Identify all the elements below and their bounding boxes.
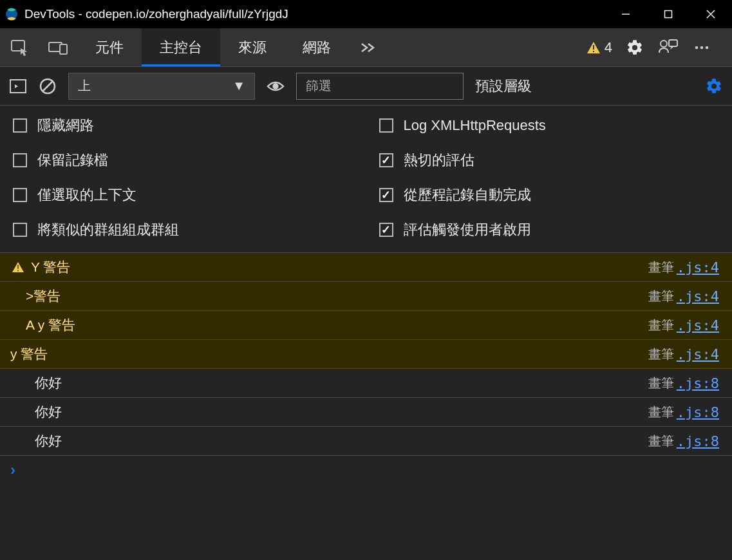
console-message: >警告	[26, 287, 648, 305]
tab-elements[interactable]: 元件	[77, 28, 142, 66]
svg-rect-9	[593, 51, 594, 52]
window-title: DevTools - codepen.io/zoherghadyali/full…	[24, 7, 605, 21]
svg-point-14	[706, 46, 709, 49]
checkbox-label: 保留記錄檔	[37, 151, 108, 170]
console-source-link[interactable]: .js:4	[677, 317, 719, 333]
svg-line-17	[42, 81, 53, 91]
clear-icon	[39, 78, 56, 95]
checkbox-preserve-log[interactable]: 保留記錄檔	[13, 151, 353, 170]
tab-sources-label: 來源	[238, 38, 267, 57]
console-message: 你好	[35, 432, 648, 450]
console-source: 畫筆	[648, 375, 674, 392]
checkbox-hide-network[interactable]: 隱藏網路	[13, 116, 353, 135]
svg-rect-11	[669, 40, 677, 46]
maximize-button[interactable]	[647, 0, 690, 28]
console-row: >警告畫筆 .js:4	[0, 282, 732, 311]
console-row: y 警告畫筆 .js:4	[0, 340, 732, 369]
console-source: 畫筆	[648, 346, 674, 363]
svg-rect-2	[665, 11, 672, 18]
console-source: 畫筆	[648, 404, 674, 421]
tab-sources[interactable]: 來源	[220, 28, 285, 66]
tab-network[interactable]: 網路	[285, 28, 349, 66]
log-levels-dropdown[interactable]: 預設層級	[475, 77, 532, 96]
tab-network-label: 網路	[303, 38, 331, 57]
chevron-down-icon: ▼	[232, 79, 245, 93]
tab-elements-label: 元件	[95, 38, 124, 57]
tab-console[interactable]: 主控台	[142, 28, 220, 66]
context-value: 上	[78, 77, 91, 95]
checkbox-selected-context[interactable]: 僅選取的上下文	[13, 185, 353, 205]
console-output: Y 警告畫筆 .js:4>警告畫筆 .js:4A y 警告畫筆 .js:4y 警…	[0, 253, 732, 456]
console-row: A y 警告畫筆 .js:4	[0, 311, 732, 340]
log-levels-label: 預設層級	[475, 78, 532, 94]
console-input-row[interactable]: ›	[0, 456, 732, 484]
gear-icon	[626, 39, 644, 57]
checkbox-label: Log XMLHttpRequests	[404, 117, 546, 134]
console-source-link[interactable]: .js:8	[677, 404, 719, 420]
close-button[interactable]	[690, 0, 732, 28]
svg-rect-19	[17, 265, 19, 268]
svg-rect-7	[60, 44, 67, 54]
console-message: 你好	[35, 374, 648, 392]
window-titlebar: DevTools - codepen.io/zoherghadyali/full…	[0, 0, 732, 28]
checkbox-label: 從歷程記錄自動完成	[404, 185, 531, 205]
console-row: Y 警告畫筆 .js:4	[0, 253, 732, 282]
settings-button[interactable]	[624, 37, 646, 59]
console-message: y 警告	[10, 345, 648, 363]
svg-rect-20	[17, 270, 19, 272]
context-selector[interactable]: 上 ▼	[68, 73, 255, 100]
clear-console-button[interactable]	[39, 77, 57, 95]
app-icon	[5, 8, 18, 21]
kebab-menu-button[interactable]	[691, 37, 713, 59]
svg-point-12	[695, 46, 699, 49]
device-toolbar-icon[interactable]	[39, 28, 77, 66]
console-settings-button[interactable]	[705, 77, 723, 95]
checkbox-label: 評估觸發使用者啟用	[404, 220, 531, 239]
devtools-tab-strip: 元件 主控台 來源 網路 4	[0, 28, 732, 67]
filter-input[interactable]: 篩選	[296, 73, 464, 100]
console-source-link[interactable]: .js:8	[677, 433, 719, 449]
checkbox-eager-eval[interactable]: 熱切的評估	[379, 151, 720, 170]
toggle-console-sidebar-button[interactable]	[9, 77, 27, 95]
inspect-element-icon[interactable]	[0, 28, 39, 66]
checkbox-log-xhr[interactable]: Log XMLHttpRequests	[379, 116, 720, 135]
warning-icon	[10, 261, 26, 273]
checkbox-group-similar[interactable]: 將類似的群組組成群組	[13, 220, 353, 239]
filter-placeholder: 篩選	[306, 77, 332, 95]
console-source: 畫筆	[648, 433, 674, 450]
more-tabs-button[interactable]	[349, 28, 388, 66]
console-message: A y 警告	[26, 316, 648, 334]
checkbox-label: 熱切的評估	[404, 151, 474, 170]
svg-rect-8	[593, 45, 594, 50]
warning-icon	[587, 41, 601, 54]
checkbox-autocomplete-history[interactable]: 從歷程記錄自動完成	[379, 185, 720, 205]
console-source-link[interactable]: .js:4	[677, 288, 719, 304]
tab-console-label: 主控台	[160, 38, 202, 57]
console-row: 你好畫筆 .js:8	[0, 369, 732, 398]
feedback-button[interactable]	[657, 37, 679, 59]
feedback-icon	[659, 39, 678, 57]
warning-count-badge[interactable]: 4	[587, 39, 612, 56]
checkbox-label: 僅選取的上下文	[37, 185, 136, 205]
svg-point-13	[700, 46, 704, 49]
checkbox-label: 將類似的群組組成群組	[37, 220, 179, 239]
console-source-link[interactable]: .js:8	[677, 375, 719, 391]
console-source-link[interactable]: .js:4	[677, 346, 719, 362]
console-source-link[interactable]: .js:4	[677, 259, 719, 275]
svg-point-18	[272, 83, 278, 89]
warning-count-text: 4	[605, 39, 612, 56]
prompt-chevron-icon: ›	[10, 461, 15, 479]
more-icon	[694, 45, 709, 50]
checkbox-eval-triggers[interactable]: 評估觸發使用者啟用	[379, 220, 720, 239]
console-source: 畫筆	[648, 259, 674, 276]
live-expression-button[interactable]	[267, 77, 285, 95]
console-row: 你好畫筆 .js:8	[0, 427, 732, 456]
console-message: 你好	[35, 403, 648, 421]
svg-point-10	[661, 41, 667, 47]
checkbox-label: 隱藏網路	[37, 116, 94, 135]
console-source: 畫筆	[648, 317, 674, 334]
minimize-button[interactable]	[605, 0, 647, 28]
console-row: 你好畫筆 .js:8	[0, 398, 732, 427]
console-toolbar: 上 ▼ 篩選 預設層級	[0, 67, 732, 106]
console-message: Y 警告	[31, 258, 648, 276]
